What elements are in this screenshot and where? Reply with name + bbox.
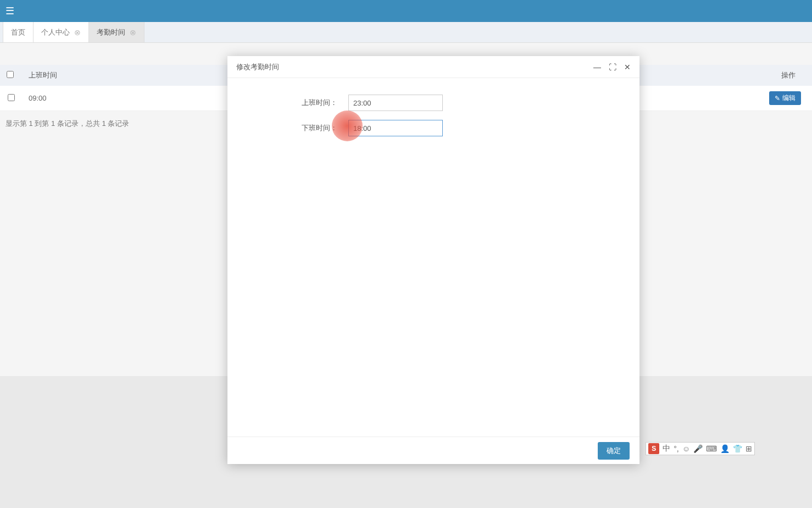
close-icon[interactable]: ✕ <box>624 63 631 71</box>
select-all-checkbox[interactable] <box>7 71 14 78</box>
tab-profile[interactable]: 个人中心 ⊗ <box>34 22 89 42</box>
maximize-icon[interactable]: ⛶ <box>609 63 616 71</box>
row-checkbox[interactable] <box>8 94 15 101</box>
top-bar: ☰ <box>0 0 812 22</box>
ime-lang[interactable]: 中 <box>663 444 670 454</box>
minimize-icon[interactable]: — <box>593 63 601 71</box>
edit-attendance-modal: 修改考勤时间 — ⛶ ✕ 上班时间： 下班时间： 确定 <box>227 56 639 464</box>
ime-punct-icon[interactable]: °, <box>674 444 679 453</box>
modal-body: 上班时间： 下班时间： <box>227 78 639 437</box>
close-icon[interactable]: ⊗ <box>130 29 136 36</box>
ime-emoji-icon[interactable]: ☺ <box>682 444 690 453</box>
modal-footer: 确定 <box>227 437 639 464</box>
ime-grid-icon[interactable]: ⊞ <box>746 444 752 453</box>
modal-controls: — ⛶ ✕ <box>593 63 631 71</box>
label-checkout: 下班时间： <box>249 123 348 133</box>
header-checkbox-cell <box>0 65 22 86</box>
row-checkbox-cell <box>0 86 22 111</box>
tab-home[interactable]: 首页 <box>3 22 34 42</box>
form-row-checkout: 下班时间： <box>249 120 618 136</box>
ime-keyboard-icon[interactable]: ⌨ <box>706 444 717 453</box>
hamburger-icon[interactable]: ☰ <box>5 5 14 17</box>
ime-logo-icon[interactable]: S <box>648 443 659 454</box>
label-checkin: 上班时间： <box>249 98 348 108</box>
ime-person-icon[interactable]: 👤 <box>720 444 730 453</box>
checkin-time-input[interactable] <box>348 95 443 111</box>
tab-bar: 首页 个人中心 ⊗ 考勤时间 ⊗ <box>0 22 812 43</box>
ime-skin-icon[interactable]: 👕 <box>733 444 742 453</box>
edit-button[interactable]: ✎ 编辑 <box>769 91 801 105</box>
tab-label: 个人中心 <box>41 27 70 37</box>
edit-label: 编辑 <box>782 93 796 103</box>
modal-header: 修改考勤时间 — ⛶ ✕ <box>227 56 639 78</box>
tab-attendance[interactable]: 考勤时间 ⊗ <box>89 22 144 42</box>
tab-label: 首页 <box>11 27 25 37</box>
checkout-time-input[interactable] <box>348 120 443 136</box>
edit-icon: ✎ <box>775 95 780 102</box>
modal-title: 修改考勤时间 <box>236 62 279 72</box>
form-row-checkin: 上班时间： <box>249 95 618 111</box>
close-icon[interactable]: ⊗ <box>74 29 81 36</box>
confirm-button[interactable]: 确定 <box>598 442 630 460</box>
ime-toolbar[interactable]: S 中 °, ☺ 🎤 ⌨ 👤 👕 ⊞ <box>646 442 755 455</box>
tab-label: 考勤时间 <box>97 27 125 37</box>
ime-mic-icon[interactable]: 🎤 <box>693 444 703 453</box>
